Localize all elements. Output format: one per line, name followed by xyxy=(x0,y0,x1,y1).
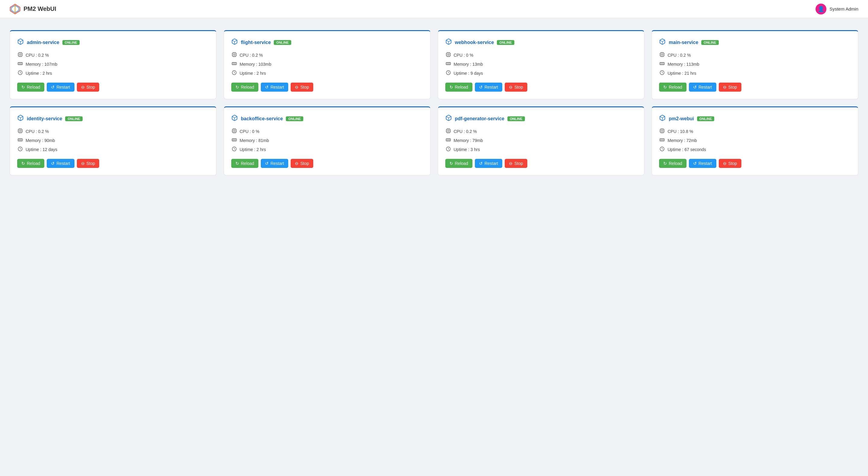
stop-icon: ⊖ xyxy=(295,85,299,90)
service-name: pdf-generator-service xyxy=(455,116,505,122)
stop-label: Stop xyxy=(87,161,95,166)
metrics: CPU : 0.2 % Memory : 79mb xyxy=(445,128,637,153)
restart-button[interactable]: ↺ Restart xyxy=(261,159,288,168)
app-header: PM2 WebUI 👤 System Admin xyxy=(0,0,868,18)
restart-button[interactable]: ↺ Restart xyxy=(47,159,74,168)
cpu-value: CPU : 0.2 % xyxy=(26,53,49,58)
memory-icon xyxy=(659,137,665,144)
action-buttons: ↻ Reload ↺ Restart ⊖ Stop xyxy=(659,83,851,92)
memory-icon xyxy=(17,61,23,67)
action-buttons: ↻ Reload ↺ Restart ⊖ Stop xyxy=(231,83,423,92)
clock-icon xyxy=(659,70,665,76)
services-grid-row1: admin-service ONLINE xyxy=(10,30,858,99)
memory-metric: Memory : 79mb xyxy=(445,137,637,144)
stop-label: Stop xyxy=(300,161,309,166)
reload-button[interactable]: ↻ Reload xyxy=(17,159,44,168)
service-cube-icon xyxy=(17,38,24,46)
reload-button[interactable]: ↻ Reload xyxy=(17,83,44,92)
clock-icon xyxy=(17,146,23,153)
restart-label: Restart xyxy=(485,85,498,90)
stop-button[interactable]: ⊖ Stop xyxy=(505,83,527,92)
service-name: main-service xyxy=(669,40,698,45)
service-card-pdf-generator-service: pdf-generator-service ONLINE xyxy=(438,106,645,176)
restart-button[interactable]: ↺ Restart xyxy=(689,159,716,168)
reload-icon: ↻ xyxy=(663,161,667,166)
svg-rect-22 xyxy=(234,54,235,56)
stop-button[interactable]: ⊖ Stop xyxy=(505,159,527,168)
restart-label: Restart xyxy=(56,161,70,166)
stop-button[interactable]: ⊖ Stop xyxy=(77,83,99,92)
clock-icon xyxy=(445,146,451,153)
memory-metric: Memory : 72mb xyxy=(659,137,851,144)
uptime-value: Uptime : 12 days xyxy=(26,147,57,152)
reload-button[interactable]: ↻ Reload xyxy=(659,83,686,92)
restart-icon: ↺ xyxy=(479,85,483,90)
service-card-flight-service: flight-service ONLINE xyxy=(224,30,431,99)
uptime-value: Uptime : 3 hrs xyxy=(454,147,480,152)
stop-button[interactable]: ⊖ Stop xyxy=(77,159,99,168)
card-header: main-service ONLINE xyxy=(659,38,851,46)
cpu-icon xyxy=(659,52,665,59)
svg-rect-55 xyxy=(660,53,664,56)
logo-area: PM2 WebUI xyxy=(10,4,56,14)
reload-icon: ↻ xyxy=(22,85,25,90)
restart-label: Restart xyxy=(699,85,712,90)
restart-button[interactable]: ↺ Restart xyxy=(475,159,502,168)
restart-button[interactable]: ↺ Restart xyxy=(475,83,502,92)
memory-metric: Memory : 13mb xyxy=(445,61,637,67)
reload-button[interactable]: ↻ Reload xyxy=(231,159,258,168)
restart-button[interactable]: ↺ Restart xyxy=(47,83,74,92)
stop-button[interactable]: ⊖ Stop xyxy=(719,83,741,92)
memory-icon xyxy=(231,137,237,144)
restart-icon: ↺ xyxy=(265,161,269,166)
uptime-metric: Uptime : 21 hrs xyxy=(659,70,851,76)
cpu-icon xyxy=(445,52,451,59)
svg-rect-116 xyxy=(446,139,451,141)
memory-icon xyxy=(231,61,237,67)
stop-icon: ⊖ xyxy=(723,161,726,166)
stop-icon: ⊖ xyxy=(295,161,299,166)
svg-rect-5 xyxy=(20,54,21,56)
reload-button[interactable]: ↻ Reload xyxy=(445,159,472,168)
reload-button[interactable]: ↻ Reload xyxy=(445,83,472,92)
memory-metric: Memory : 107mb xyxy=(17,61,209,67)
restart-button[interactable]: ↺ Restart xyxy=(689,83,716,92)
reload-label: Reload xyxy=(669,85,682,90)
reload-button[interactable]: ↻ Reload xyxy=(659,159,686,168)
action-buttons: ↻ Reload ↺ Restart ⊖ Stop xyxy=(231,159,423,168)
stop-button[interactable]: ⊖ Stop xyxy=(291,159,313,168)
memory-value: Memory : 113mb xyxy=(668,62,699,67)
service-cube-icon xyxy=(445,115,452,123)
status-badge: ONLINE xyxy=(497,40,514,45)
reload-button[interactable]: ↻ Reload xyxy=(231,83,258,92)
uptime-metric: Uptime : 2 hrs xyxy=(17,70,209,76)
stop-icon: ⊖ xyxy=(723,85,726,90)
svg-rect-124 xyxy=(661,130,663,132)
cpu-value: CPU : 0 % xyxy=(240,129,259,134)
status-badge: ONLINE xyxy=(697,116,715,121)
status-badge: ONLINE xyxy=(62,40,80,45)
memory-value: Memory : 13mb xyxy=(454,62,483,67)
clock-icon xyxy=(231,146,237,153)
stop-button[interactable]: ⊖ Stop xyxy=(291,83,313,92)
reload-label: Reload xyxy=(241,161,254,166)
stop-icon: ⊖ xyxy=(81,161,85,166)
service-name: backoffice-service xyxy=(241,116,283,122)
restart-icon: ↺ xyxy=(693,85,697,90)
cpu-metric: CPU : 0.2 % xyxy=(17,128,209,135)
uptime-value: Uptime : 9 days xyxy=(454,71,483,76)
stop-button[interactable]: ⊖ Stop xyxy=(719,159,741,168)
svg-rect-90 xyxy=(234,130,235,132)
service-name: flight-service xyxy=(241,40,271,45)
card-header: admin-service ONLINE xyxy=(17,38,209,46)
stop-icon: ⊖ xyxy=(81,85,85,90)
svg-rect-89 xyxy=(232,129,236,133)
app-title: PM2 WebUI xyxy=(24,5,56,12)
restart-button[interactable]: ↺ Restart xyxy=(261,83,288,92)
memory-metric: Memory : 113mb xyxy=(659,61,851,67)
memory-value: Memory : 103mb xyxy=(240,62,271,67)
reload-icon: ↻ xyxy=(236,85,239,90)
clock-icon xyxy=(445,70,451,76)
memory-value: Memory : 79mb xyxy=(454,138,483,143)
memory-metric: Memory : 81mb xyxy=(231,137,423,144)
